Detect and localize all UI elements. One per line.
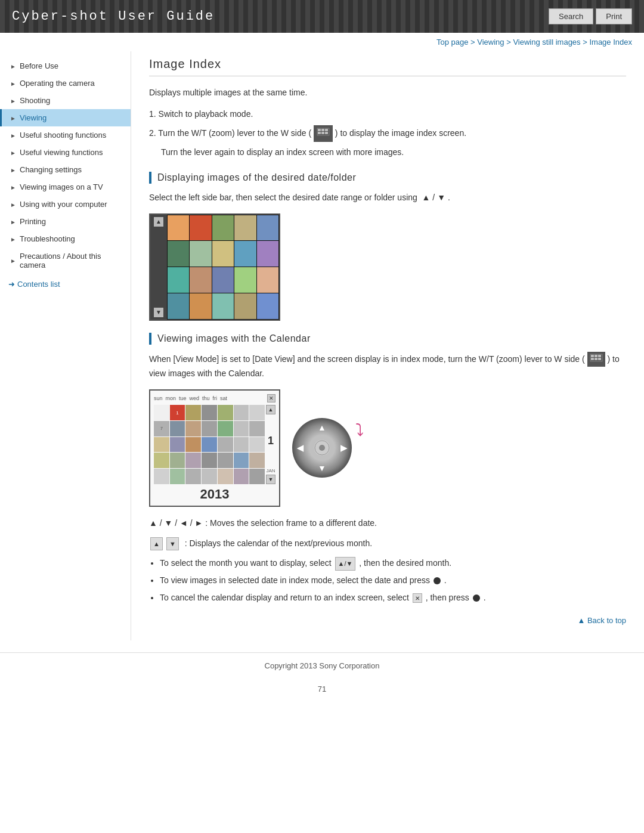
cal-cell[interactable] — [218, 437, 233, 453]
arrow-icon: ► — [10, 167, 16, 173]
cal-cell[interactable]: 7 — [154, 421, 169, 436]
calendar-body: 1 7 — [154, 405, 275, 484]
cal-cell[interactable] — [234, 469, 249, 484]
img-cell — [190, 267, 211, 293]
arrow-icon: ► — [10, 184, 16, 190]
sidebar-item-changing-settings[interactable]: ► Changing settings — [0, 161, 131, 178]
sidebar-item-precautions[interactable]: ► Precautions / About this camera — [0, 247, 131, 274]
cal-cell[interactable] — [185, 405, 201, 420]
contents-list-link[interactable]: ➜ Contents list — [0, 274, 131, 295]
cal-nav-down[interactable]: ▼ — [266, 475, 275, 484]
contents-arrow-icon: ➜ — [8, 280, 15, 289]
cal-cell[interactable] — [249, 453, 265, 468]
section1-title: Displaying images of the desired date/fo… — [157, 172, 356, 183]
cal-cell[interactable] — [249, 469, 265, 484]
cal-cell[interactable] — [249, 437, 265, 453]
cal-cell[interactable] — [185, 469, 201, 484]
step-2: 2. Turn the W/T (zoom) lever to the W si… — [149, 125, 626, 142]
bullet-item-1: To select the month you want to display,… — [160, 556, 626, 571]
section-bar-icon2 — [149, 333, 151, 345]
svg-rect-6 — [321, 132, 324, 134]
sidebar-item-printing[interactable]: ► Printing — [0, 213, 131, 230]
cal-cell[interactable] — [154, 453, 169, 468]
cal-cell[interactable] — [249, 405, 265, 420]
main-layout: ► Before Use ► Operating the camera ► Sh… — [0, 51, 644, 652]
nav-arrows: ▲ / ▼ / ◄ / ► : Moves the selection fram… — [149, 518, 377, 528]
cal-cell[interactable] — [170, 453, 185, 468]
sidebar-item-operating-camera[interactable]: ► Operating the camera — [0, 75, 131, 92]
month-nav-instruction: ▲ ▼ : Displays the calendar of the next/… — [149, 537, 626, 551]
cal-cell[interactable] — [249, 421, 265, 436]
app-title: Cyber-shot User Guide — [12, 9, 215, 24]
back-to-top-link[interactable]: ▲ Back to top — [577, 616, 626, 625]
img-cell — [212, 293, 234, 319]
cal-nav-up[interactable]: ▲ — [266, 405, 275, 414]
cal-cell[interactable] — [234, 437, 249, 453]
cal-cell[interactable] — [234, 421, 249, 436]
cal-cell[interactable] — [202, 421, 217, 436]
cal-cell[interactable] — [185, 453, 201, 468]
arrow-icon: ► — [10, 258, 16, 264]
calendar-close-btn[interactable]: ✕ — [267, 394, 275, 402]
search-button[interactable]: Search — [549, 8, 593, 24]
cal-cell[interactable] — [202, 453, 217, 468]
scroll-down-btn[interactable]: ▼ — [154, 308, 163, 317]
page-title: Image Index — [149, 57, 626, 76]
svg-rect-4 — [325, 129, 328, 131]
wheel-left-arrow: ◀ — [297, 443, 304, 453]
cal-cell[interactable] — [170, 469, 185, 484]
cal-cell[interactable] — [218, 421, 233, 436]
month-up-icon: ▲ — [150, 537, 163, 551]
sidebar-item-before-use[interactable]: ► Before Use — [0, 57, 131, 75]
sidebar-item-viewing-tv[interactable]: ► Viewing images on a TV — [0, 178, 131, 196]
cal-cell[interactable] — [234, 405, 249, 420]
cal-cell[interactable] — [202, 405, 217, 420]
page-number: 71 — [0, 679, 644, 699]
control-wheel: ▲ ▼ ◀ ▶ ⤵ — [292, 418, 352, 478]
cal-cell[interactable] — [218, 405, 233, 420]
arrow-icon: ► — [10, 115, 16, 121]
img-cell — [257, 267, 278, 293]
zoom-w-icon2 — [590, 354, 603, 362]
footer: Copyright 2013 Sony Corporation — [0, 652, 644, 679]
img-cell — [168, 267, 189, 293]
sidebar-item-useful-shooting[interactable]: ► Useful shooting functions — [0, 126, 131, 144]
sidebar-item-shooting[interactable]: ► Shooting — [0, 92, 131, 109]
cal-cell[interactable] — [218, 469, 233, 484]
img-cell — [212, 241, 234, 267]
cal-cell[interactable] — [170, 437, 185, 453]
main-content: Image Index Displays multiple images at … — [131, 51, 644, 640]
step2-text-b: ) to display the image index screen. — [335, 128, 466, 138]
sidebar-item-using-computer[interactable]: ► Using with your computer — [0, 196, 131, 213]
breadcrumb-still[interactable]: Viewing still images — [513, 38, 580, 47]
cal-cell[interactable] — [202, 469, 217, 484]
image-grid — [167, 215, 279, 320]
cal-cell[interactable] — [154, 469, 169, 484]
img-cell — [190, 215, 211, 241]
contents-list-label: Contents list — [17, 280, 60, 289]
breadcrumb-viewing[interactable]: Viewing — [477, 38, 504, 47]
cal-cell[interactable] — [170, 421, 185, 436]
cal-cell[interactable] — [154, 437, 169, 453]
sidebar-item-useful-viewing[interactable]: ► Useful viewing functions — [0, 144, 131, 161]
wheel-center-button[interactable] — [313, 439, 331, 457]
section1-text: Select the left side bar, then select th… — [149, 191, 626, 205]
cal-cell[interactable] — [202, 437, 217, 453]
svg-rect-12 — [598, 355, 601, 357]
scroll-up-btn[interactable]: ▲ — [154, 217, 163, 227]
sidebar-item-viewing[interactable]: ► Viewing — [0, 109, 131, 126]
month-nav-icons: ▲ ▼ — [149, 537, 180, 551]
cal-cell[interactable] — [234, 453, 249, 468]
cal-cell[interactable]: 1 — [170, 405, 185, 420]
print-button[interactable]: Print — [596, 8, 632, 24]
sidebar-label-useful-viewing: Useful viewing functions — [20, 148, 103, 157]
sidebar-item-troubleshooting[interactable]: ► Troubleshooting — [0, 230, 131, 247]
cal-cell[interactable] — [218, 453, 233, 468]
section2-heading: Viewing images with the Calendar — [149, 333, 626, 345]
cal-cell[interactable] — [185, 437, 201, 453]
back-to-top[interactable]: ▲ Back to top — [149, 610, 626, 628]
cal-cell[interactable] — [185, 421, 201, 436]
svg-rect-15 — [598, 358, 601, 360]
breadcrumb-top[interactable]: Top page — [436, 38, 469, 47]
breadcrumb-current: Image Index — [589, 38, 632, 47]
